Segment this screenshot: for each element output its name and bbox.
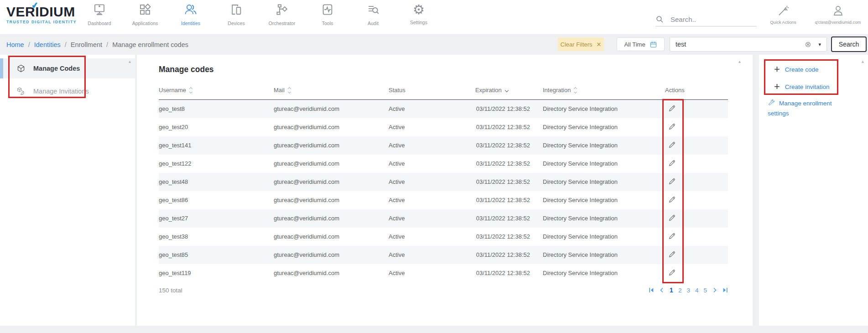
calendar-icon bbox=[650, 41, 657, 48]
cell-actions bbox=[665, 264, 728, 282]
sidebar-item-label: Manage Invitations bbox=[33, 88, 89, 95]
create-code-label: Create code bbox=[785, 66, 819, 73]
nav-item-audit[interactable]: Audit bbox=[350, 3, 396, 26]
table-row: geo_test8 gtureac@veridiumid.com Active … bbox=[159, 100, 728, 118]
cell-username: geo_test122 bbox=[159, 155, 274, 173]
col-actions: Actions bbox=[665, 82, 728, 100]
first-page-button[interactable] bbox=[649, 287, 654, 293]
create-code-button[interactable]: + Create code bbox=[774, 65, 818, 74]
table-row: geo_test27 gtureac@veridiumid.com Active… bbox=[159, 209, 728, 228]
breadcrumb-separator: / bbox=[28, 41, 30, 48]
prev-page-button[interactable] bbox=[659, 287, 665, 293]
cell-mail: gtureac@veridiumid.com bbox=[274, 155, 389, 173]
nav-item-orchestrator[interactable]: Orchestrator bbox=[259, 3, 305, 26]
edit-pencil-icon[interactable] bbox=[668, 232, 676, 240]
scroll-up-arrow-icon[interactable]: ▲ bbox=[128, 59, 132, 64]
nav-item-applications[interactable]: Applications bbox=[122, 3, 168, 26]
cell-mail: gtureac@veridiumid.com bbox=[274, 136, 389, 155]
nav-item-devices[interactable]: Devices bbox=[213, 3, 259, 26]
cell-status: Active bbox=[389, 191, 475, 209]
search-icon bbox=[655, 15, 664, 24]
top-navigation-bar: VERI✔DIUM TRUSTED DIGITAL IDENTITY Dashb… bbox=[0, 0, 868, 34]
table-row: geo_test48 gtureac@veridiumid.com Active… bbox=[159, 173, 728, 191]
clear-input-icon[interactable]: ⊗ bbox=[805, 40, 811, 49]
flowchart-icon bbox=[275, 3, 289, 18]
manage-enrollment-settings-link[interactable]: Manage enrollment settings bbox=[768, 99, 849, 118]
chevron-down-icon[interactable]: ▾ bbox=[818, 42, 821, 47]
table-search-input[interactable]: test ⊗ ▾ bbox=[670, 37, 827, 52]
page-number-4[interactable]: 4 bbox=[695, 287, 699, 294]
gear-icon: ⚙ bbox=[413, 3, 425, 17]
cell-expiration: 03/11/2022 12:38:52 bbox=[475, 173, 543, 191]
edit-pencil-icon[interactable] bbox=[668, 214, 676, 222]
nav-item-dashboard[interactable]: Dashboard bbox=[77, 3, 122, 26]
breadcrumb-separator: / bbox=[106, 41, 108, 48]
quick-actions-button[interactable]: Quick Actions bbox=[766, 5, 800, 25]
cell-actions bbox=[665, 209, 728, 228]
cell-integration: Directory Service Integration bbox=[543, 100, 665, 118]
page-number-1[interactable]: 1 bbox=[670, 286, 673, 294]
edit-pencil-icon[interactable] bbox=[668, 159, 676, 167]
breadcrumb-identities[interactable]: Identities bbox=[34, 41, 61, 48]
logo-wordmark: VERI✔DIUM bbox=[6, 5, 75, 19]
cell-expiration: 03/11/2022 12:38:52 bbox=[475, 228, 543, 246]
cell-expiration: 03/11/2022 12:38:52 bbox=[475, 100, 543, 118]
cell-mail: gtureac@veridiumid.com bbox=[274, 118, 389, 136]
cell-status: Active bbox=[389, 264, 475, 282]
breadcrumb-home[interactable]: Home bbox=[6, 41, 24, 48]
app-screen: VERI✔DIUM TRUSTED DIGITAL IDENTITY Dashb… bbox=[0, 0, 868, 333]
cell-status: Active bbox=[389, 155, 475, 173]
scroll-up-arrow-icon[interactable]: ▲ bbox=[861, 59, 865, 64]
create-invitation-button[interactable]: + Create invitation bbox=[774, 82, 829, 91]
cell-expiration: 03/11/2022 12:38:52 bbox=[475, 118, 543, 136]
time-range-filter-button[interactable]: All Time bbox=[617, 37, 665, 51]
breadcrumb: Home / Identities / Enrollment / Manage … bbox=[6, 34, 188, 55]
scroll-up-arrow-icon[interactable]: ▲ bbox=[738, 59, 742, 64]
col-mail[interactable]: Mail bbox=[274, 82, 389, 100]
edit-pencil-icon[interactable] bbox=[668, 196, 676, 203]
edit-pencil-icon[interactable] bbox=[668, 123, 676, 130]
user-account-button[interactable]: q'ctest@veridiumid.com bbox=[808, 5, 868, 25]
edit-pencil-icon[interactable] bbox=[668, 104, 676, 112]
edit-pencil-icon[interactable] bbox=[668, 269, 676, 276]
col-username[interactable]: Username bbox=[159, 82, 274, 100]
user-icon bbox=[832, 5, 844, 17]
manage-enrollment-settings-label: Manage enrollment settings bbox=[768, 100, 832, 117]
sidebar-item-manage-invitations[interactable]: Manage Invitations bbox=[0, 81, 135, 101]
sort-icon bbox=[574, 88, 577, 93]
edit-pencil-icon[interactable] bbox=[668, 141, 676, 149]
cube-icon bbox=[16, 64, 26, 73]
global-search-input[interactable]: Search.. bbox=[655, 13, 757, 26]
cell-status: Active bbox=[389, 173, 475, 191]
page-number-5[interactable]: 5 bbox=[703, 287, 707, 294]
cell-integration: Directory Service Integration bbox=[543, 264, 665, 282]
sidebar-item-manage-codes[interactable]: Manage Codes bbox=[0, 58, 135, 78]
veridium-logo[interactable]: VERI✔DIUM TRUSTED DIGITAL IDENTITY bbox=[6, 5, 75, 24]
clear-filters-button[interactable]: Clear Filters ✕ bbox=[558, 37, 604, 51]
cell-mail: gtureac@veridiumid.com bbox=[274, 246, 389, 264]
edit-pencil-icon[interactable] bbox=[668, 177, 676, 185]
cell-expiration: 03/11/2022 12:38:52 bbox=[475, 246, 543, 264]
cell-username: geo_test8 bbox=[159, 100, 274, 118]
wrench-icon bbox=[768, 99, 775, 107]
nav-item-tools[interactable]: Tools bbox=[305, 3, 350, 26]
page-number-2[interactable]: 2 bbox=[678, 287, 682, 294]
col-integration[interactable]: Integration bbox=[543, 82, 665, 100]
sort-icon bbox=[288, 88, 291, 93]
people-icon bbox=[184, 3, 198, 18]
time-range-label: All Time bbox=[624, 41, 645, 48]
search-button-label: Search bbox=[839, 41, 859, 48]
nav-item-identities[interactable]: Identities bbox=[168, 3, 213, 26]
quick-actions-label: Quick Actions bbox=[770, 20, 796, 25]
page-number-3[interactable]: 3 bbox=[686, 287, 690, 294]
nav-item-settings[interactable]: ⚙ Settings bbox=[396, 3, 442, 26]
page-title: Manage codes bbox=[159, 65, 214, 74]
col-label: Integration bbox=[543, 87, 571, 94]
last-page-button[interactable] bbox=[722, 287, 728, 293]
create-invitation-label: Create invitation bbox=[785, 83, 830, 90]
pagination: 1 2 3 4 5 bbox=[649, 286, 728, 294]
next-page-button[interactable] bbox=[712, 287, 717, 293]
edit-pencil-icon[interactable] bbox=[668, 250, 676, 258]
col-expiration[interactable]: Expiration bbox=[475, 82, 543, 100]
search-button[interactable]: Search bbox=[831, 36, 867, 52]
